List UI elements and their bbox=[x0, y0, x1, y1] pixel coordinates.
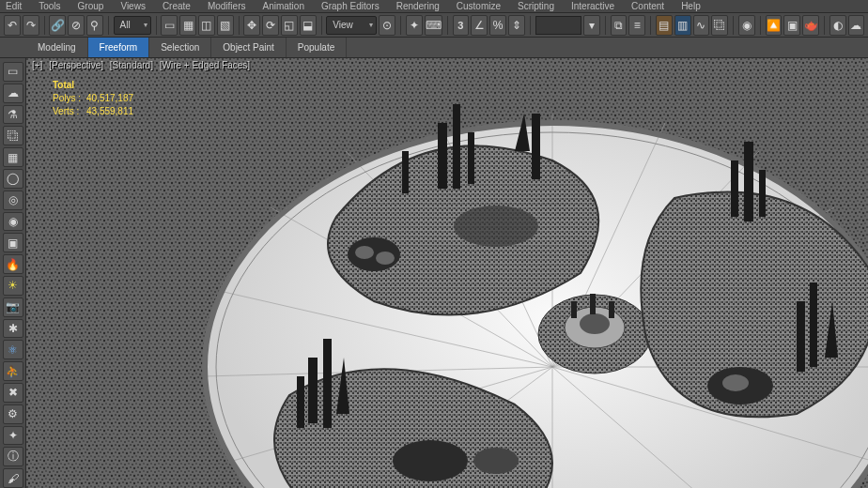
material-editor-button[interactable]: ◉ bbox=[738, 15, 755, 36]
vtb-materials-icon[interactable]: ◉ bbox=[3, 212, 23, 232]
pivot-button[interactable]: ⊙ bbox=[379, 15, 395, 36]
vtb-cloud-icon[interactable]: ☁ bbox=[3, 84, 23, 103]
svg-point-55 bbox=[473, 448, 519, 474]
svg-rect-52 bbox=[323, 339, 332, 428]
viewport-label-camera[interactable]: [Perspective] bbox=[47, 60, 105, 70]
undo-button[interactable]: ↶ bbox=[4, 15, 21, 36]
svg-rect-36 bbox=[453, 104, 460, 189]
vtb-isolate-icon[interactable]: ◎ bbox=[3, 191, 23, 210]
vtb-camera-icon[interactable]: 📷 bbox=[3, 297, 23, 317]
svg-rect-47 bbox=[797, 301, 805, 372]
schematic-view-button[interactable]: ⿻ bbox=[711, 15, 728, 36]
render-in-cloud-button[interactable]: ☁ bbox=[848, 15, 865, 36]
angle-snap-button[interactable]: ∠ bbox=[471, 15, 488, 36]
tab-freeform[interactable]: Freeform bbox=[88, 38, 150, 57]
svg-rect-51 bbox=[308, 358, 318, 423]
menu-item[interactable]: Rendering bbox=[396, 1, 440, 11]
stats-verts-value: 43,559,811 bbox=[86, 106, 133, 116]
percent-snap-button[interactable]: % bbox=[489, 15, 506, 36]
open-arnold-button[interactable]: ◐ bbox=[829, 15, 846, 36]
bind-button[interactable]: ⚲ bbox=[86, 15, 103, 36]
viewport-label-preset[interactable]: [Standard] bbox=[108, 60, 155, 70]
named-selection-input[interactable] bbox=[535, 16, 581, 35]
vtb-settings-icon[interactable]: ⚙ bbox=[3, 404, 23, 424]
render-button[interactable]: 🫖 bbox=[802, 15, 819, 36]
vtb-teapot-icon[interactable]: ⚗ bbox=[3, 105, 23, 125]
vtb-crowds-icon[interactable]: ⛹ bbox=[3, 361, 23, 381]
menu-item[interactable]: Create bbox=[163, 1, 191, 11]
ribbon: Modeling Freeform Selection Object Paint… bbox=[0, 38, 868, 58]
viewport-container: [+] [Perspective] [Standard] [Wire + Edg… bbox=[26, 58, 868, 488]
vtb-light-icon[interactable]: ☀ bbox=[3, 276, 23, 296]
viewport-label[interactable]: [+] [Perspective] [Standard] [Wire + Edg… bbox=[30, 60, 252, 70]
vtb-helper-icon[interactable]: ✦ bbox=[3, 426, 23, 446]
layer-explorer-button[interactable]: ▤ bbox=[656, 15, 673, 36]
scale-button[interactable]: ◱ bbox=[281, 15, 298, 36]
svg-point-31 bbox=[580, 313, 610, 334]
stats-polys-label: Polys : bbox=[53, 92, 86, 105]
menu-item[interactable]: Graph Editors bbox=[321, 1, 380, 11]
svg-rect-33 bbox=[609, 301, 614, 318]
statistics-overlay: Total Polys :40,517,187 Verts :43,559,81… bbox=[53, 79, 133, 118]
menu-item[interactable]: Modifiers bbox=[208, 1, 246, 11]
vtb-grid-icon[interactable]: ▦ bbox=[3, 147, 23, 167]
menu-item[interactable]: Customize bbox=[457, 1, 501, 11]
keyboard-shortcut-button[interactable]: ⌨ bbox=[425, 15, 442, 36]
render-setup-button[interactable]: 🔼 bbox=[766, 15, 783, 36]
toggle-ribbon-button[interactable]: ▥ bbox=[674, 15, 691, 36]
menubar: Edit Tools Group Views Create Modifiers … bbox=[0, 0, 868, 13]
placement-button[interactable]: ⬓ bbox=[300, 15, 317, 36]
unlink-button[interactable]: ⊘ bbox=[68, 15, 85, 36]
render-frame-button[interactable]: ▣ bbox=[783, 15, 800, 36]
move-button[interactable]: ✥ bbox=[243, 15, 260, 36]
vtb-dynamics-icon[interactable]: ⚛ bbox=[3, 340, 23, 359]
selection-set-button[interactable]: ▾ bbox=[583, 15, 600, 36]
selection-filter-dropdown[interactable]: All bbox=[114, 16, 151, 35]
vtb-render-icon[interactable]: ▣ bbox=[3, 233, 23, 252]
spinner-snap-button[interactable]: ⇕ bbox=[508, 15, 525, 36]
tab-selection[interactable]: Selection bbox=[149, 38, 211, 57]
viewport-label-shading[interactable]: [Wire + Edged Faces] bbox=[158, 60, 252, 70]
link-button[interactable]: 🔗 bbox=[49, 15, 66, 36]
vtb-brush-icon[interactable]: 🖌 bbox=[3, 468, 23, 488]
snap-button[interactable]: 3 bbox=[453, 15, 470, 36]
menu-item[interactable]: Help bbox=[681, 1, 701, 11]
svg-rect-37 bbox=[468, 132, 474, 184]
vtb-flame-icon[interactable]: 🔥 bbox=[3, 254, 23, 274]
vtb-network-icon[interactable]: ⿻ bbox=[3, 126, 23, 145]
window-crossing-button[interactable]: ▧ bbox=[217, 15, 234, 36]
menu-item[interactable]: Tools bbox=[39, 1, 60, 11]
tab-object-paint[interactable]: Object Paint bbox=[211, 38, 286, 57]
viewport[interactable] bbox=[26, 58, 868, 488]
tab-modeling[interactable]: Modeling bbox=[26, 38, 88, 57]
select-button[interactable]: ▭ bbox=[161, 15, 178, 36]
vtb-select-icon[interactable]: ▭ bbox=[3, 62, 23, 82]
svg-rect-44 bbox=[731, 160, 738, 217]
vtb-sphere-icon[interactable]: ◯ bbox=[3, 169, 23, 189]
svg-point-50 bbox=[722, 374, 749, 391]
vtb-bone-icon[interactable]: ✖ bbox=[3, 383, 23, 403]
menu-item[interactable]: Content bbox=[631, 1, 664, 11]
menu-item[interactable]: Edit bbox=[6, 1, 22, 11]
manipulate-button[interactable]: ✦ bbox=[406, 15, 423, 36]
svg-rect-48 bbox=[810, 282, 817, 367]
menu-item[interactable]: Animation bbox=[262, 1, 303, 11]
align-button[interactable]: ≡ bbox=[628, 15, 645, 36]
select-region-button[interactable]: ◫ bbox=[198, 15, 215, 36]
svg-point-43 bbox=[454, 206, 538, 247]
ref-coord-dropdown[interactable]: View bbox=[326, 16, 377, 35]
tab-populate[interactable]: Populate bbox=[287, 38, 347, 57]
menu-item[interactable]: Scripting bbox=[518, 1, 554, 11]
redo-button[interactable]: ↷ bbox=[23, 15, 39, 36]
mirror-button[interactable]: ⧉ bbox=[611, 15, 628, 36]
vtb-info-icon[interactable]: ⓘ bbox=[3, 447, 23, 466]
viewport-label-plus[interactable]: [+] bbox=[30, 60, 44, 70]
vtb-particles-icon[interactable]: ✱ bbox=[3, 319, 23, 339]
svg-rect-53 bbox=[297, 376, 304, 428]
menu-item[interactable]: Group bbox=[78, 1, 104, 11]
rotate-button[interactable]: ⟳ bbox=[262, 15, 279, 36]
menu-item[interactable]: Views bbox=[120, 1, 146, 11]
select-name-button[interactable]: ▦ bbox=[179, 15, 196, 36]
curve-editor-button[interactable]: ∿ bbox=[693, 15, 710, 36]
menu-item[interactable]: Interactive bbox=[571, 1, 614, 11]
